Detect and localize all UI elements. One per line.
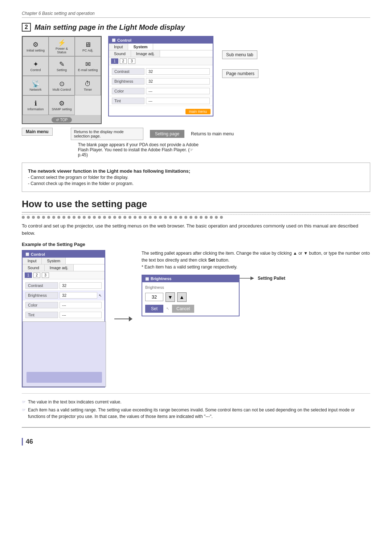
dot-35 — [195, 216, 197, 219]
notice-box: The network viewer function in the Light… — [22, 163, 370, 192]
page-num-1[interactable]: 1 — [111, 58, 118, 64]
menu-item-information[interactable]: ℹ Information — [23, 95, 49, 115]
main-menu-footer-button[interactable]: main menu — [185, 109, 211, 114]
dot-6 — [47, 216, 50, 219]
bright-down-button[interactable]: ▼ — [166, 292, 175, 302]
dot-10 — [68, 216, 70, 219]
ex-contrast-value: 32 — [60, 282, 102, 289]
top-label: TOP — [60, 118, 68, 122]
notice-item-2: - Cannot check up the images in the fold… — [28, 181, 364, 186]
note-icon-1: ☞ — [22, 399, 26, 405]
sub-menu-tab-label: Sub menu tab — [222, 50, 257, 59]
ex-tab-system[interactable]: System — [42, 258, 66, 264]
ex-tab-image[interactable]: Image adj. — [45, 264, 74, 271]
tab-system[interactable]: System — [128, 44, 153, 50]
menu-item-control[interactable]: ✦ Control — [23, 56, 49, 76]
tab-image-adj[interactable]: Image adj. — [131, 50, 160, 57]
dot-3 — [32, 216, 35, 219]
cancel-button[interactable]: Cancel — [172, 305, 194, 313]
chapter-header: Chapter 6 Basic setting and operation — [22, 11, 370, 18]
menu-label-setting: Setting — [57, 68, 67, 72]
dot-26 — [149, 216, 152, 219]
menu-item-power-status[interactable]: ⚡ Power & Status — [49, 37, 75, 56]
note-icon-2: ☞ — [22, 407, 26, 420]
dot-2 — [27, 216, 30, 219]
row-contrast: Contrast 32 — [109, 67, 213, 77]
menu-label-initial: Initial setting — [26, 49, 45, 52]
row-color: Color --- — [109, 86, 213, 96]
menu-item-multi-control[interactable]: ⊙ Multi Control — [49, 76, 75, 95]
color-value: --- — [146, 88, 210, 94]
email-icon: ✉ — [85, 61, 91, 67]
arrow-connector — [113, 313, 134, 324]
menu-label-email: E-mail setting — [78, 68, 98, 72]
ctrl-subtabs-row: Sound Image adj. — [109, 50, 213, 57]
returns-main-label: Returns to main menu — [191, 131, 234, 136]
ex-header-label: Control — [31, 252, 45, 257]
menu-item-snmp[interactable]: ⚙ SNMP setting — [49, 95, 75, 115]
ex-row-tint: Tint --- — [23, 310, 105, 320]
set-button[interactable]: Set — [145, 305, 163, 313]
example-container: ▦ Control Input System Sound Image adj. … — [22, 250, 370, 387]
ex-brightness-value: 32 — [60, 292, 97, 299]
ex-tabs-row: Input System — [23, 258, 105, 264]
dot-28 — [159, 216, 162, 219]
dot-4 — [37, 216, 40, 219]
dot-9 — [62, 216, 65, 219]
ex-contrast-label: Contrast — [25, 282, 58, 289]
menu-item-initial-setting[interactable]: ⚙ Initial setting — [23, 37, 49, 56]
body-text: To control and set up the projector, use… — [22, 222, 370, 237]
brightness-value: 32 — [146, 78, 210, 85]
ex-tint-label: Tint — [25, 312, 58, 318]
ex-page-num-3[interactable]: 3 — [42, 272, 49, 278]
dot-13 — [83, 216, 86, 219]
section-2-title: 2 Main setting page in the Light Mode di… — [22, 23, 370, 32]
dot-5 — [42, 216, 45, 219]
page-num-2[interactable]: 2 — [120, 58, 127, 64]
menu-item-email[interactable]: ✉ E-mail setting — [75, 56, 101, 76]
ex-color-label: Color — [25, 302, 58, 308]
setting-page-button[interactable]: Setting page — [150, 130, 184, 138]
dot-20 — [118, 216, 121, 219]
dot-14 — [88, 216, 91, 219]
bright-input[interactable] — [145, 293, 163, 301]
dot-22 — [128, 216, 131, 219]
example-desc: The setting pallet appears after clickin… — [142, 250, 370, 271]
callout-arrow-icon — [240, 275, 254, 282]
menu-item-timer[interactable]: ⏱ Timer — [75, 76, 101, 95]
setting-icon: ✎ — [59, 61, 65, 67]
brightness-label: Brightness — [112, 78, 144, 85]
cursor-icon-2: ↖ — [166, 307, 169, 311]
menu-item-pc-adj[interactable]: 🖥 PC Adj. — [75, 37, 101, 56]
dot-16 — [98, 216, 101, 219]
ex-color-value: --- — [60, 302, 102, 308]
ex-row-brightness[interactable]: Brightness 32 ↖ — [23, 291, 105, 300]
top-button[interactable]: ↺ TOP — [52, 117, 72, 123]
menu-item-setting[interactable]: ✎ Setting — [49, 56, 75, 76]
control-header-label: Control — [117, 38, 131, 42]
bright-up-button[interactable]: ▲ — [177, 292, 187, 302]
row-brightness: Brightness 32 — [109, 77, 213, 86]
ex-subtabs-row: Sound Image adj. — [23, 264, 105, 271]
bright-value-row: ▼ ▲ — [145, 292, 236, 302]
ex-page-num-2[interactable]: 2 — [33, 272, 41, 278]
menu-item-network[interactable]: 📡 Network — [23, 76, 49, 95]
dot-36 — [200, 216, 203, 219]
page-num-3[interactable]: 3 — [128, 58, 135, 64]
ex-screenshot — [23, 321, 106, 387]
menu-label-timer: Timer — [84, 88, 92, 91]
ex-tab-sound[interactable]: Sound — [23, 264, 45, 271]
cursor-icon: ↖ — [99, 294, 102, 297]
dot-12 — [78, 216, 81, 219]
bright-header-label: Brightness — [151, 276, 171, 281]
section-num: 2 — [22, 23, 31, 32]
tab-sound[interactable]: Sound — [109, 50, 131, 57]
ex-page-num-1[interactable]: 1 — [25, 272, 32, 278]
ex-header-icon: ▦ — [25, 252, 29, 257]
tab-input[interactable]: Input — [109, 44, 128, 50]
menu-grid: ⚙ Initial setting ⚡ Power & Status 🖥 PC … — [23, 37, 101, 115]
menu-label-multicontrol: Multi Control — [53, 88, 71, 91]
information-icon: ℹ — [34, 100, 37, 107]
ex-tab-input[interactable]: Input — [23, 258, 42, 264]
control-panel-diagram: ▦ Control Input System Sound Image adj. … — [108, 36, 213, 116]
